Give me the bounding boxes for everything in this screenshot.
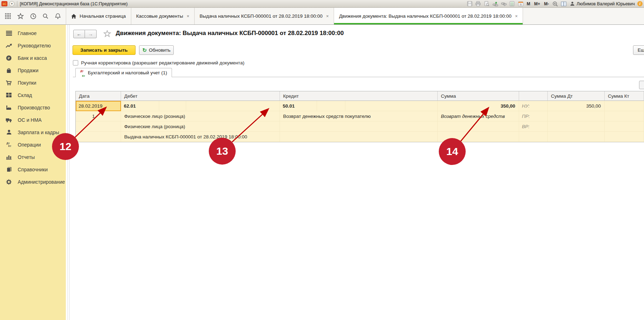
memory-m-button[interactable]: M: [526, 1, 531, 6]
cell-tax-vr[interactable]: ВР:: [519, 121, 548, 132]
cell-tax-nu[interactable]: НУ:: [519, 101, 548, 111]
back-button[interactable]: ←: [73, 30, 85, 38]
cell-debit-sub3[interactable]: Выдача наличных КСБП-000001 от 28.02.201…: [121, 132, 280, 142]
manual-adjustment-checkbox[interactable]: [73, 60, 78, 65]
debit-account-value[interactable]: 62.01: [121, 101, 159, 111]
sidebar-item-purchases[interactable]: Покупки: [0, 76, 66, 89]
cell-empty[interactable]: [605, 121, 644, 132]
current-user[interactable]: Любимов Валерий Юрьевич: [569, 1, 635, 7]
get-link-icon[interactable]: [492, 1, 498, 7]
cell-credit-sub1[interactable]: Возврат денежных средств покупателю: [280, 111, 438, 121]
more-button[interactable]: Ещё: [633, 45, 644, 55]
tab-document-movements[interactable]: Движения документа: Выдача наличных КСБП…: [334, 8, 523, 24]
sidebar-item-warehouse[interactable]: Склад: [0, 89, 66, 101]
save-icon[interactable]: [467, 1, 473, 7]
sidebar-item-manager[interactable]: Руководителю: [0, 39, 66, 52]
history-icon[interactable]: [30, 13, 36, 19]
sidebar-item-label: Операции: [18, 142, 41, 148]
calendar-icon[interactable]: 31: [518, 1, 524, 7]
cell-empty[interactable]: [605, 111, 644, 121]
cell-sum-sub1[interactable]: Возврат денежных средств: [438, 111, 519, 121]
home-icon: [71, 14, 76, 19]
books-icon: [5, 167, 12, 172]
cell-empty[interactable]: [280, 132, 438, 142]
cell-row-number[interactable]: 1: [76, 111, 121, 121]
memory-m-minus-button[interactable]: M-: [544, 1, 550, 6]
cell-sum-kt[interactable]: [605, 101, 644, 111]
tab-accounting-tax[interactable]: ДтКт Бухгалтерский и налоговый учет (1): [75, 68, 172, 77]
credit-empty-subcell[interactable]: [345, 101, 437, 111]
tab-home[interactable]: Начальная страница: [66, 8, 131, 24]
service-icons: [0, 8, 66, 24]
sidebar-item-fixed-assets[interactable]: ОС и НМА: [0, 114, 66, 126]
cell-sum-dt[interactable]: 350,00: [548, 101, 605, 111]
cell-empty[interactable]: [76, 121, 121, 132]
print-icon[interactable]: [475, 1, 481, 7]
credit-empty-subcell[interactable]: [317, 101, 345, 111]
sidebar-item-label: Справочники: [18, 167, 48, 172]
debit-empty-subcell[interactable]: [186, 101, 280, 111]
debit-empty-subcell[interactable]: [159, 101, 186, 111]
dt-kt-color-icon: ДтКт: [80, 68, 85, 78]
sidebar-splitter[interactable]: [66, 25, 75, 320]
cell-empty[interactable]: [76, 132, 121, 142]
cell-tax-pr[interactable]: ПР:: [519, 111, 548, 121]
tools-grid-icon[interactable]: [5, 13, 11, 19]
tab-cash-issue-document[interactable]: Выдача наличных КСБП-000001 от 28.02.201…: [194, 8, 334, 24]
main-menu-dropdown-icon[interactable]: ▼: [9, 1, 15, 6]
cell-empty[interactable]: [548, 121, 605, 132]
calculator-icon[interactable]: [509, 1, 515, 7]
column-header-date[interactable]: Дата: [76, 91, 121, 101]
column-header-sum-kt[interactable]: Сумма Кт: [605, 91, 644, 101]
column-header-sum-dt[interactable]: Сумма Дт: [548, 91, 605, 101]
cell-sum[interactable]: 350,00: [438, 101, 519, 111]
cell-debit-sub2[interactable]: Физические лица (розница): [121, 121, 280, 132]
memory-m-plus-button[interactable]: M+: [534, 1, 541, 6]
sidebar-item-bank-cash[interactable]: Р Банк и касса: [0, 52, 66, 64]
print-preview-icon[interactable]: [484, 1, 490, 7]
cell-credit-account[interactable]: 50.01: [280, 101, 438, 111]
sidebar-item-label: Администрирование: [18, 179, 65, 185]
info-icon[interactable]: i: [637, 1, 643, 6]
cell-debit-account[interactable]: 62.01: [121, 101, 280, 111]
forward-button[interactable]: →: [85, 30, 97, 38]
favorite-star-icon[interactable]: [103, 30, 111, 38]
sidebar-item-administration[interactable]: Администрирование: [0, 176, 66, 188]
tab-close-icon[interactable]: ×: [186, 14, 189, 18]
save-and-close-button[interactable]: Записать и закрыть: [73, 45, 136, 55]
tab-cash-documents[interactable]: Кассовые документы ×: [131, 8, 194, 24]
dt-kt-icon: ДтКт: [5, 142, 12, 147]
column-header-debit[interactable]: Дебет: [121, 91, 280, 101]
refresh-button[interactable]: ↻ Обновить: [139, 45, 174, 55]
sidebar-item-production[interactable]: Производство: [0, 101, 66, 114]
zoom-in-icon[interactable]: [552, 1, 558, 7]
sidebar-item-main[interactable]: Главное: [0, 27, 66, 39]
split-view-icon[interactable]: [561, 1, 567, 7]
cell-empty[interactable]: [519, 132, 548, 142]
favorites-star-icon[interactable]: [17, 13, 24, 19]
column-header-sum[interactable]: Сумма: [438, 91, 519, 101]
cell-empty[interactable]: [548, 111, 605, 121]
sidebar-item-sales[interactable]: Продажи: [0, 64, 66, 76]
go-link-icon[interactable]: [501, 1, 507, 7]
tab-close-icon[interactable]: ×: [515, 14, 518, 18]
1c-logo-icon: 1С: [1, 1, 7, 6]
cell-debit-sub1[interactable]: Физическое лицо (розница): [121, 111, 280, 121]
manual-adjustment-label: Ручная корректировка (разрешает редактир…: [81, 60, 245, 65]
column-header-tax[interactable]: [519, 91, 548, 101]
notifications-bell-icon[interactable]: [55, 13, 61, 19]
tab-label: Бухгалтерский и налоговый учет (1): [88, 70, 167, 75]
tab-label: Движения документа: Выдача наличных КСБП…: [339, 13, 511, 19]
tab-close-icon[interactable]: ×: [326, 14, 329, 18]
svg-text:31: 31: [519, 3, 522, 6]
table-settings-button[interactable]: [639, 81, 644, 89]
cell-date-selected[interactable]: 28.02.2019: [76, 101, 121, 111]
cell-empty[interactable]: [548, 132, 605, 142]
cell-empty[interactable]: [280, 121, 438, 132]
cell-empty[interactable]: [605, 132, 644, 142]
credit-account-value[interactable]: 50.01: [280, 101, 317, 111]
sidebar-item-references[interactable]: Справочники: [0, 163, 66, 176]
column-header-credit[interactable]: Кредит: [280, 91, 438, 101]
cell-empty[interactable]: [438, 121, 519, 132]
search-icon[interactable]: [42, 13, 48, 19]
